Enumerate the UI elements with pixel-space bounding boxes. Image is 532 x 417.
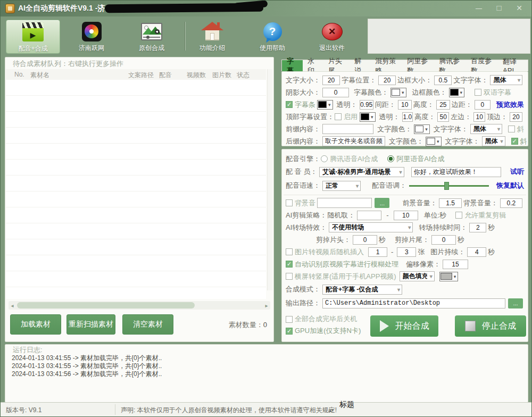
bilingual-checkbox[interactable]	[475, 89, 481, 96]
seconds-label: 秒	[488, 223, 495, 232]
bg-volume-input[interactable]: 0.2	[500, 198, 522, 208]
shadow-size-input[interactable]: 0	[322, 88, 349, 97]
stop-compose-button[interactable]: 停止合成	[455, 315, 526, 337]
font-family-select[interactable]: 黑体	[490, 75, 522, 85]
voice-actor-select[interactable]: 艾诚-标准男声-通用场景	[319, 167, 404, 177]
load-material-button[interactable]: 加载素材	[10, 314, 61, 335]
slider-handle[interactable]	[444, 182, 449, 190]
suffix-italic-checkbox[interactable]	[511, 138, 518, 145]
prefix-italic-checkbox[interactable]	[508, 126, 515, 132]
voice-speed-select[interactable]: 正常	[322, 181, 361, 191]
subtitle-bar-checkbox[interactable]	[286, 101, 293, 108]
preview-effect-link[interactable]: 预览效果	[496, 100, 524, 110]
gpu-checkbox[interactable]	[286, 328, 293, 335]
horizontal-scrollbar[interactable]	[9, 301, 270, 310]
image-duration-input[interactable]: 4	[467, 247, 486, 257]
prefix-input[interactable]	[322, 124, 373, 134]
bgm-browse-button[interactable]: ...	[375, 198, 389, 208]
queue-table-body[interactable]	[6, 80, 266, 299]
tab-intro-outro[interactable]: 片头尾	[323, 60, 350, 71]
left-edge-input[interactable]: 10	[473, 112, 485, 122]
random-max-input[interactable]: 10	[394, 211, 418, 220]
scrollbar-thumb[interactable]	[17, 302, 195, 308]
pitch-slider[interactable]	[409, 182, 489, 190]
tab-baidu-params[interactable]: 百度参数	[466, 60, 498, 71]
output-path-input[interactable]: C:\Users\Administrator\Desktop	[322, 298, 505, 308]
image-max-input[interactable]: 3	[397, 247, 416, 257]
transition-duration-input[interactable]: 2	[469, 223, 486, 232]
clear-material-button[interactable]: 清空素材	[122, 314, 173, 335]
font-size-input[interactable]: 20	[322, 76, 340, 85]
blur-subtitle-checkbox[interactable]	[286, 261, 293, 268]
prefix-font-select[interactable]: 黑体	[470, 124, 502, 134]
bgm-path-input[interactable]	[317, 198, 372, 208]
subtitle-color-select[interactable]	[390, 88, 406, 97]
allow-repeat-checkbox[interactable]	[455, 212, 462, 219]
top-edge-input[interactable]: 20	[510, 112, 522, 122]
queue-panel: 待合成素材队列：右键执行更多操作 No. 素材名 文案路径 配音 视频数 图片数…	[5, 57, 274, 342]
spacing-input[interactable]: 10	[398, 100, 412, 110]
col-videos: 视频数	[187, 71, 206, 80]
image-min-input[interactable]: 1	[368, 247, 387, 257]
border-color-select[interactable]	[449, 88, 465, 97]
toolbar-original-compose-button[interactable]: 原创合成	[124, 20, 179, 54]
shutdown-checkbox[interactable]	[286, 316, 293, 323]
ali-engine-radio[interactable]	[387, 155, 394, 162]
fill-mode-select[interactable]: 颜色填充	[400, 271, 435, 281]
output-browse-button[interactable]: ...	[508, 298, 523, 308]
tencent-engine-radio[interactable]	[321, 155, 328, 162]
vertical-scrollbar[interactable]	[267, 69, 272, 290]
margin-input[interactable]: 0	[475, 100, 491, 110]
subtitle-bar-color-select[interactable]	[317, 100, 333, 110]
maximize-icon[interactable]	[494, 2, 504, 14]
opacity-input[interactable]: 0.95	[360, 100, 373, 110]
rescan-material-button[interactable]: 重新扫描素材	[66, 314, 115, 335]
cut-head-input[interactable]: 0	[353, 235, 377, 245]
tab-tencent-params[interactable]: 腾讯参数	[434, 60, 466, 71]
subtitle-color-label: 字幕颜色：	[354, 88, 388, 97]
tab-watermark[interactable]: 水印	[303, 60, 323, 71]
listen-link[interactable]: 试听	[510, 167, 524, 177]
suffix-color-select[interactable]	[426, 137, 442, 146]
top-height-input[interactable]: 50	[437, 112, 449, 122]
listen-text-input[interactable]: 你好，欢迎试听效果！	[411, 167, 501, 177]
image-insert-checkbox[interactable]	[286, 248, 293, 255]
transition-select[interactable]: 不使用转场	[329, 222, 413, 232]
fg-volume-input[interactable]: 1.5	[439, 198, 461, 208]
prefix-label: 前缀内容：	[286, 124, 320, 134]
cut-tail-input[interactable]: 0	[431, 235, 456, 245]
toolbar-dub-compose-button[interactable]: 配音+合成	[6, 20, 60, 54]
tab-subtitle[interactable]: 字幕	[282, 60, 303, 71]
tab-mix-strategy[interactable]: 混剪策略	[370, 60, 402, 71]
col-no: No.	[14, 71, 24, 78]
offset-pixels-input[interactable]: 15	[443, 260, 468, 269]
bgm-checkbox[interactable]	[286, 199, 293, 206]
suffix-font-select[interactable]: 黑体	[482, 136, 505, 146]
toolbar-help-button[interactable]: 使用帮助	[245, 20, 300, 54]
tab-ali-params[interactable]: 阿里参数	[402, 60, 434, 71]
toolbar-label: 使用帮助	[245, 44, 300, 53]
toolbar-features-button[interactable]: 功能介绍	[185, 20, 239, 54]
toolbar-exit-button[interactable]: 退出软件	[305, 20, 359, 54]
toolbar-jinan-button[interactable]: 济南跃网	[64, 20, 119, 54]
subtitle-position-input[interactable]: 20	[378, 76, 396, 85]
tab-translate-api[interactable]: 翻译API	[498, 60, 528, 71]
prefix-color-select[interactable]	[414, 124, 430, 134]
top-subtitle-color-select[interactable]	[360, 112, 376, 122]
close-icon[interactable]	[514, 2, 524, 14]
top-subtitle-enable-checkbox[interactable]	[335, 113, 342, 120]
border-size-input[interactable]: 0.5	[434, 76, 452, 85]
random-min-input[interactable]	[357, 211, 381, 220]
vertical-convert-checkbox[interactable]	[286, 273, 293, 280]
suffix-input[interactable]: 取子文件夹名或音频	[322, 136, 385, 146]
minimize-icon[interactable]	[474, 2, 484, 14]
scroll-right-icon[interactable]	[263, 303, 270, 308]
height-input[interactable]: 25	[436, 100, 450, 110]
reset-default-link[interactable]: 恢复默认	[496, 181, 524, 190]
scroll-left-icon[interactable]	[9, 303, 16, 308]
compose-mode-select[interactable]: 配音+字幕 -仅合成	[322, 285, 402, 295]
fill-color-select[interactable]	[439, 272, 459, 281]
tab-narration[interactable]: 解说	[350, 60, 370, 71]
start-compose-button[interactable]: 开始合成	[370, 315, 438, 337]
top-opacity-input[interactable]: 1.0	[402, 112, 413, 122]
